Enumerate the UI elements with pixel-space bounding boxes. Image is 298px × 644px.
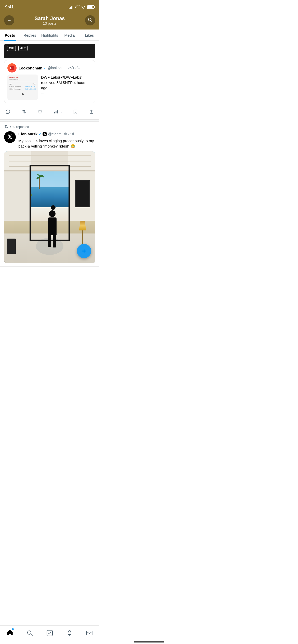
tweet-card-partial: GIF ALT lc Lookonchain ✓ @lookon... · 26… bbox=[0, 41, 99, 120]
lookonchain-avatar: lc bbox=[7, 63, 17, 72]
tweet-card-repost: You reposted 𝕏 Elon Musk ✓ 𝕏 @elonmusk ·… bbox=[0, 122, 99, 267]
tweet-actions: 5 bbox=[4, 105, 95, 116]
tab-media[interactable]: Media bbox=[60, 30, 79, 40]
search-icon bbox=[88, 17, 93, 24]
tab-highlights[interactable]: Highlights bbox=[40, 30, 60, 40]
gif-badge: GIF bbox=[7, 46, 16, 51]
more-options-button[interactable]: ··· bbox=[91, 131, 95, 137]
author-info: Lookonchain ✓ @lookon... · 26/12/23 bbox=[19, 66, 82, 70]
views-button[interactable]: 5 bbox=[52, 108, 63, 116]
compose-fab[interactable]: + bbox=[77, 244, 91, 258]
back-arrow-icon: ← bbox=[7, 18, 11, 23]
verified-icon: ✓ bbox=[38, 132, 42, 136]
tweet-main: 𝕏 Elon Musk ✓ 𝕏 @elonmusk · 1d ··· My so… bbox=[4, 131, 95, 149]
bookmark-icon bbox=[73, 109, 78, 115]
status-icons: ▾⁀ bbox=[69, 5, 94, 9]
tab-likes[interactable]: Likes bbox=[79, 30, 99, 40]
retweet-button[interactable] bbox=[20, 108, 28, 116]
x-badge: 𝕏 bbox=[43, 132, 47, 136]
elon-handle: @elonmusk bbox=[48, 132, 67, 136]
wifi-symbol bbox=[81, 5, 86, 9]
tweet-content: Lookonchain 000,000 NFP AgeFrom 4 hrs 31… bbox=[7, 75, 92, 100]
elon-tweet-text: My son lil X loves clinging precariously… bbox=[18, 138, 95, 149]
heart-icon bbox=[38, 109, 42, 115]
person-silhouette bbox=[48, 205, 57, 247]
reply-button[interactable] bbox=[4, 108, 12, 116]
reply-icon bbox=[6, 109, 10, 115]
back-button[interactable]: ← bbox=[4, 15, 14, 25]
like-button[interactable] bbox=[36, 108, 44, 116]
patio-chair bbox=[7, 239, 16, 247]
section-divider bbox=[0, 120, 99, 122]
compose-icon: + bbox=[82, 247, 86, 255]
tab-replies[interactable]: Replies bbox=[20, 30, 40, 40]
header-title-block: Sarah Jonas 13 posts bbox=[35, 16, 65, 25]
views-count: 5 bbox=[60, 110, 61, 114]
svg-text:lc: lc bbox=[10, 67, 12, 70]
author-handle: @lookon... bbox=[47, 66, 64, 70]
separator: · bbox=[65, 66, 66, 70]
tweet-more: ... bbox=[41, 91, 44, 95]
wall-art bbox=[75, 180, 90, 207]
elon-avatar[interactable]: 𝕏 bbox=[4, 131, 16, 143]
status-bar: 9:41 ▾⁀ bbox=[0, 0, 99, 13]
chart-icon bbox=[54, 109, 58, 115]
profile-name: Sarah Jonas bbox=[35, 16, 65, 21]
carousel-indicator bbox=[22, 93, 24, 95]
photo-scene: + bbox=[4, 151, 95, 263]
svg-rect-5 bbox=[57, 110, 58, 113]
tweet-body: Elon Musk ✓ 𝕏 @elonmusk · 1d ··· My son … bbox=[18, 131, 95, 149]
wifi-icon: ▾⁀ bbox=[75, 5, 79, 9]
embedded-tweet-lookonchain[interactable]: lc Lookonchain ✓ @lookon... · 26/12/23 L… bbox=[4, 60, 95, 103]
tab-bar: Posts Replies Highlights Media Likes bbox=[0, 30, 99, 41]
author-info-elon: Elon Musk ✓ 𝕏 @elonmusk · 1d bbox=[18, 132, 74, 136]
author-name: Lookonchain bbox=[19, 66, 42, 70]
tweet-image-preview: Lookonchain 000,000 NFP AgeFrom 4 hrs 31… bbox=[7, 75, 38, 100]
tweet-header: lc Lookonchain ✓ @lookon... · 26/12/23 bbox=[7, 63, 92, 72]
svg-rect-3 bbox=[54, 112, 55, 113]
share-icon bbox=[89, 109, 94, 115]
elon-time: 1d bbox=[70, 132, 74, 136]
alt-badge: ALT bbox=[18, 46, 28, 51]
bookmark-button[interactable] bbox=[72, 108, 79, 116]
svg-rect-4 bbox=[56, 111, 57, 113]
tweet-header-row: Elon Musk ✓ 𝕏 @elonmusk · 1d ··· bbox=[18, 131, 95, 137]
repost-text: You reposted bbox=[10, 125, 29, 129]
retweet-icon bbox=[22, 109, 26, 115]
x-logo-icon: 𝕏 bbox=[8, 134, 12, 140]
profile-header: ← Sarah Jonas 13 posts bbox=[0, 13, 99, 30]
tab-posts[interactable]: Posts bbox=[0, 30, 20, 40]
posts-count: 13 posts bbox=[43, 21, 57, 25]
tweet-text: DWF Labs(@DWFLabs) received 8M $NFP 4 ho… bbox=[41, 75, 86, 90]
repost-label: You reposted bbox=[4, 125, 95, 129]
tweet-photo[interactable]: + bbox=[4, 151, 95, 263]
tweet-time: 26/12/23 bbox=[67, 66, 82, 70]
signal-icon bbox=[69, 5, 73, 9]
verified-icon: ✓ bbox=[43, 66, 46, 70]
tweet-text-block: DWF Labs(@DWFLabs) received 8M $NFP 4 ho… bbox=[41, 75, 92, 95]
share-button[interactable] bbox=[88, 108, 95, 116]
left-wall bbox=[4, 171, 30, 221]
search-button[interactable] bbox=[85, 15, 95, 25]
status-time: 9:41 bbox=[5, 5, 14, 10]
elon-name: Elon Musk bbox=[18, 132, 37, 136]
battery-icon bbox=[87, 5, 94, 9]
